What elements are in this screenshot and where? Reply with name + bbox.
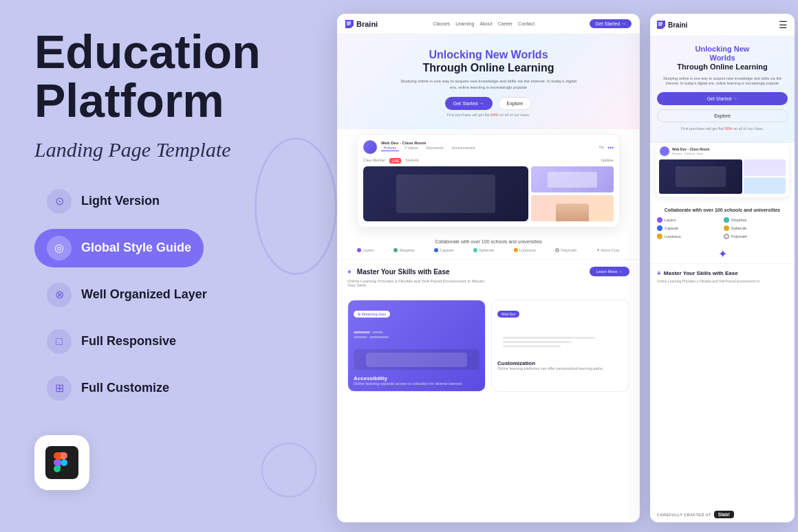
figma-icon xyxy=(45,446,78,479)
rp-hero-title-colored: Unlocking New Worlds xyxy=(657,45,788,63)
rp-get-started-btn[interactable]: Get Started → xyxy=(657,92,788,105)
cp-video-main xyxy=(363,166,528,221)
deco-circle-bottom xyxy=(261,443,316,498)
rp-skills-section: + Master Your Skills with Ease Online Le… xyxy=(650,263,795,289)
rp-hero-desc: Studying online is one way to acquire ne… xyxy=(657,76,788,87)
rp-star-deco: ✦ xyxy=(650,245,795,263)
rp-hero: Unlocking New Worlds Through Online Lear… xyxy=(650,36,795,143)
cp-nav: Braini Classes Learning About Career Con… xyxy=(337,14,640,34)
features-list: ⊙ Light Version ◎ Global Style Guide ⊗ W… xyxy=(34,182,289,408)
cp-card-customization: Web Dev Customization Online learning pl… xyxy=(491,300,629,392)
cp-class-tabs: Pictures 3 Videos Documents Announcement xyxy=(381,145,477,151)
customize-icon: ⊞ xyxy=(47,376,72,401)
feature-full-responsive[interactable]: □ Full Responsive xyxy=(34,322,188,361)
cp-card-accessibility: ⊞ Streaming class Accessibility Online l… xyxy=(347,300,486,392)
cp-members-info: Class Member LIVE Students Updates xyxy=(363,158,614,164)
responsive-icon: □ xyxy=(47,329,72,354)
rp-nav: Braini ☰ xyxy=(650,14,795,36)
rp-video-side xyxy=(744,159,786,194)
deco-circle-right xyxy=(255,137,337,275)
rp-video-grid xyxy=(659,159,786,194)
rp-class-card: Web Dev - Class Room Pictures3 VideosDoc… xyxy=(656,143,789,197)
cp-video-person xyxy=(531,195,614,221)
rp-partners-grid: Layers Sisyphus Capsule Spherule Luminou… xyxy=(657,217,788,239)
rp-hero-note: First purchase will get flat 50% on all … xyxy=(657,126,788,131)
style-guide-icon: ◎ xyxy=(47,236,72,261)
rp-slab-badge: Slab! xyxy=(714,511,734,518)
cp-partners-title: Collaborate with over 100 schools and un… xyxy=(347,239,629,244)
rp-logo: Braini xyxy=(657,21,687,29)
cp-partners: Collaborate with over 100 schools and un… xyxy=(337,232,640,259)
cp-video-small xyxy=(531,166,614,192)
rp-class-avatar xyxy=(660,146,669,156)
cp-partners-logos: Layers Sisyphus Capsule Spherule Luminou… xyxy=(347,248,629,252)
cp-hero-note: First purchase will get flat 50% on all … xyxy=(351,113,626,117)
rp-video-small-1 xyxy=(744,159,786,176)
cp-video-grid xyxy=(363,166,614,221)
cp-video-side xyxy=(531,166,614,221)
cp-learn-more-btn[interactable]: Learn More → xyxy=(590,267,629,276)
rp-footer: CAREFULLY CRAFTED AT Slab! xyxy=(650,507,795,522)
cp-class-avatar xyxy=(363,140,377,154)
cp-hero-desc: Studying online is one way to acquire ne… xyxy=(399,78,578,90)
cp-nav-links: Classes Learning About Career Contact xyxy=(433,21,535,26)
feature-well-organized[interactable]: ⊗ Well Organized Layer xyxy=(34,276,219,314)
rp-hero-title-dark: Through Online Learning xyxy=(657,63,788,71)
rp-video-person xyxy=(744,177,786,194)
rp-partners: Collaborate with over 100 schools and un… xyxy=(650,201,795,245)
feature-light-version[interactable]: ⊙ Light Version xyxy=(34,182,172,221)
rp-menu-icon[interactable]: ☰ xyxy=(779,19,788,30)
cp-hero-btns: Get Started → Explore xyxy=(351,97,626,110)
cp-logo: Braini xyxy=(345,20,378,28)
layers-icon: ⊗ xyxy=(47,282,72,307)
figma-icon-container[interactable] xyxy=(34,435,89,490)
subtitle: Landing Page Template xyxy=(34,138,289,162)
right-preview: Braini ☰ Unlocking New Worlds Through On… xyxy=(650,14,795,522)
rp-video-main xyxy=(659,159,742,194)
cp-hero-title-dark: Through Online Learning xyxy=(351,61,626,74)
cp-nav-cta[interactable]: Get Started → xyxy=(590,19,632,28)
cp-cards-grid: ⊞ Streaming class Accessibility Online l… xyxy=(337,294,640,397)
rp-explore-btn[interactable]: Explore xyxy=(657,109,788,122)
left-panel: Education Platform Landing Page Template… xyxy=(0,0,323,532)
cp-hero-title-colored: Unlocking New Worlds xyxy=(351,48,626,61)
cp-skills: + Master Your Skills with Ease Learn Mor… xyxy=(337,259,640,294)
cp-explore-btn[interactable]: Explore xyxy=(498,97,532,110)
light-version-icon: ⊙ xyxy=(47,189,72,214)
cp-class-card: Web Dev - Class Room Pictures 3 Videos D… xyxy=(358,135,619,227)
feature-global-style-guide[interactable]: ◎ Global Style Guide xyxy=(34,229,204,267)
main-title: Education Platform xyxy=(34,27,289,126)
center-preview: Braini Classes Learning About Career Con… xyxy=(337,14,640,522)
cp-class-section: Web Dev - Class Room Pictures 3 Videos D… xyxy=(337,129,640,232)
cp-get-started-btn[interactable]: Get Started → xyxy=(445,97,493,110)
cp-hero: Unlocking New Worlds Through Online Lear… xyxy=(337,34,640,129)
feature-full-customize[interactable]: ⊞ Full Customize xyxy=(34,369,182,408)
